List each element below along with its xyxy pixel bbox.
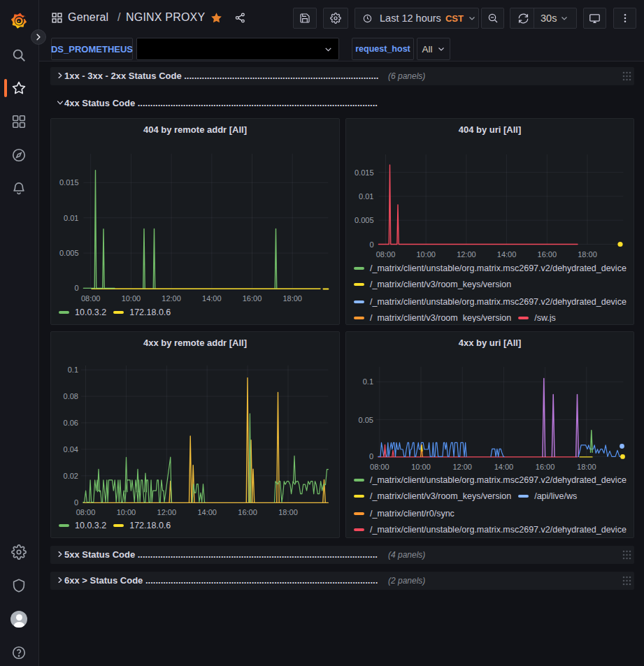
svg-text:08:00: 08:00 (76, 508, 96, 516)
svg-text:0.05: 0.05 (359, 416, 373, 424)
svg-text:0.005: 0.005 (355, 216, 374, 224)
svg-text:0.08: 0.08 (64, 392, 78, 400)
svg-text:16:00: 16:00 (238, 508, 257, 516)
svg-text:12:00: 12:00 (157, 508, 177, 516)
svg-text:14:00: 14:00 (497, 250, 517, 259)
svg-text:0: 0 (369, 452, 373, 461)
svg-text:0.005: 0.005 (59, 249, 79, 257)
svg-text:0: 0 (74, 284, 78, 292)
svg-text:12:00: 12:00 (457, 250, 476, 259)
svg-text:18:00: 18:00 (282, 294, 302, 303)
svg-text:0: 0 (74, 498, 78, 507)
svg-text:14:00: 14:00 (202, 294, 222, 303)
svg-text:0.1: 0.1 (68, 365, 78, 374)
svg-text:16:00: 16:00 (536, 463, 555, 471)
svg-text:0.01: 0.01 (64, 214, 78, 222)
svg-text:0.015: 0.015 (355, 168, 374, 177)
svg-text:0: 0 (369, 240, 373, 249)
svg-text:14:00: 14:00 (197, 508, 217, 516)
svg-text:08:00: 08:00 (370, 463, 389, 471)
svg-text:10:00: 10:00 (117, 508, 136, 516)
svg-text:16:00: 16:00 (538, 250, 557, 259)
svg-text:0.04: 0.04 (64, 445, 78, 454)
svg-text:16:00: 16:00 (243, 294, 262, 303)
svg-text:0.01: 0.01 (359, 192, 373, 201)
svg-text:10:00: 10:00 (122, 294, 141, 303)
svg-text:0.02: 0.02 (64, 472, 78, 480)
svg-text:10:00: 10:00 (416, 250, 436, 259)
svg-text:18:00: 18:00 (577, 463, 596, 471)
svg-text:08:00: 08:00 (81, 294, 101, 303)
svg-text:0.015: 0.015 (59, 178, 79, 187)
svg-text:12:00: 12:00 (162, 294, 181, 303)
svg-text:12:00: 12:00 (452, 463, 472, 471)
svg-text:0.1: 0.1 (363, 377, 373, 386)
svg-text:10:00: 10:00 (411, 463, 431, 471)
svg-text:0.06: 0.06 (64, 419, 78, 427)
svg-text:18:00: 18:00 (578, 250, 597, 259)
svg-text:08:00: 08:00 (376, 250, 396, 259)
svg-text:18:00: 18:00 (278, 508, 298, 516)
svg-text:14:00: 14:00 (494, 463, 514, 471)
